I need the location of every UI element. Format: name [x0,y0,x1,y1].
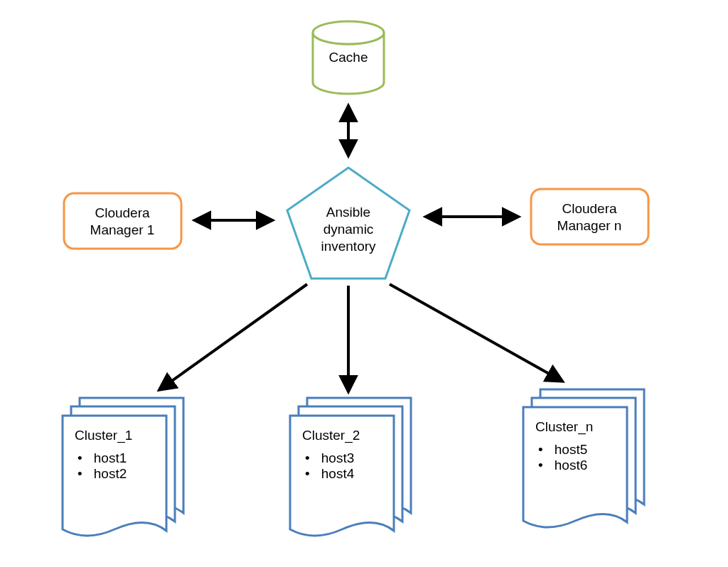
cluster-2-text: Cluster_2 host3 host4 [302,428,402,482]
cluster-2-host-1: host3 [305,450,402,466]
cluster-1-text: Cluster_1 host1 host2 [75,428,174,482]
cmN-label: Cloudera Manager n [532,200,646,234]
arrows-layer [0,0,728,567]
cm1-line1: Cloudera [95,205,149,220]
cluster-n-title: Cluster_n [535,419,635,435]
svg-line-9 [390,284,562,381]
cluster-2-host-2: host4 [305,466,402,482]
center-label-line3: inventory [321,239,375,254]
svg-line-7 [160,284,307,389]
cache-label: Cache [306,50,391,65]
center-label-line2: dynamic [323,222,374,237]
cm1-label: Cloudera Manager 1 [65,205,179,239]
cluster-1-host-1: host1 [77,450,174,466]
cluster-n-host-2: host6 [538,458,635,473]
center-label: Ansible dynamic inventory [295,204,402,254]
cluster-n-host-1: host5 [538,442,635,458]
cmN-line1: Cloudera [562,201,616,216]
cmN-line2: Manager n [557,218,622,233]
cm1-line2: Manager 1 [90,222,155,237]
cluster-1-host-2: host2 [77,466,174,482]
cluster-1-title: Cluster_1 [75,428,174,443]
center-label-line1: Ansible [326,205,370,220]
cluster-2-title: Cluster_2 [302,428,402,443]
cluster-n-text: Cluster_n host5 host6 [535,419,635,473]
